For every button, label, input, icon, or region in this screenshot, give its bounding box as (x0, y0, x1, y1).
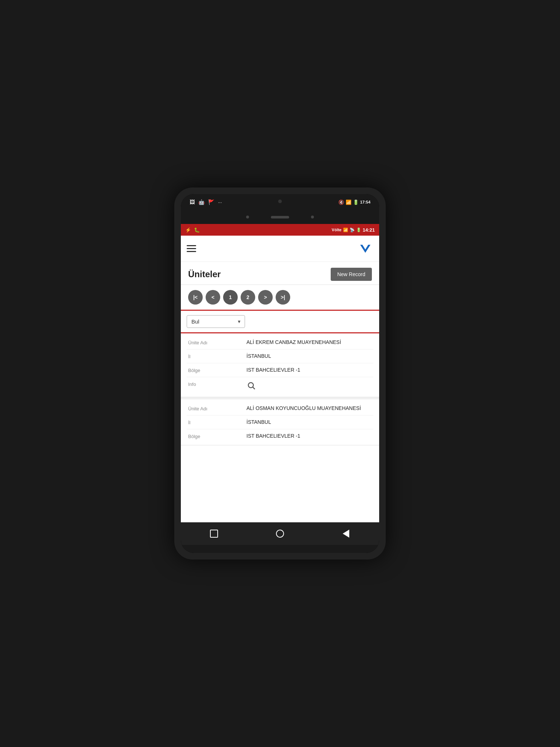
record-row-il-2: İl İSTANBUL (181, 415, 379, 429)
pagination-page-1-button[interactable]: 1 (223, 290, 238, 305)
bottom-navigation (181, 522, 379, 545)
record-row-il-1: İl İSTANBUL (181, 349, 379, 363)
value-bolge-1: IST BAHCELIEVLER -1 (246, 367, 372, 373)
record-row-bolge-1: Bölge IST BAHCELIEVLER -1 (181, 363, 379, 377)
os-time: 17:54 (360, 200, 370, 204)
os-battery-icon: 🔋 (353, 200, 359, 205)
sensor-dot (311, 216, 314, 218)
hamburger-line-1 (187, 245, 196, 246)
wifi-indicator: 📶 (343, 228, 348, 232)
status-bar-right: Vólte 📶 📡 🔋 14:21 (332, 227, 375, 233)
pagination-prev-button[interactable]: < (206, 290, 220, 305)
label-unite-adi-1: Ünite Adı (188, 339, 246, 345)
back-button[interactable] (339, 526, 353, 541)
hamburger-line-3 (187, 251, 196, 252)
main-content: Üniteler New Record |< < 1 2 > >| Bul Fi… (181, 262, 379, 522)
svg-point-0 (248, 383, 253, 388)
os-status-right: 🔇 📶 🔋 17:54 (338, 200, 370, 205)
os-wifi-icon: 📶 (346, 200, 351, 205)
value-il-2: İSTANBUL (246, 419, 372, 425)
status-bar-left: ⚡ 🐛 (185, 227, 200, 233)
new-record-button[interactable]: New Record (331, 268, 372, 281)
usb-icon: ⚡ (185, 227, 191, 233)
search-icon[interactable] (246, 381, 257, 391)
home-button[interactable] (273, 526, 287, 541)
recent-apps-button[interactable] (207, 526, 221, 541)
app-header (181, 236, 379, 262)
pagination-page-2-button[interactable]: 2 (241, 290, 255, 305)
value-il-1: İSTANBUL (246, 353, 372, 359)
os-icon-flag: 🚩 (208, 199, 214, 205)
recent-apps-icon (210, 530, 218, 538)
pagination-next-button[interactable]: > (258, 290, 273, 305)
filter-wrapper: Bul Filtre ▼ (187, 315, 245, 328)
pagination-last-button[interactable]: >| (276, 290, 290, 305)
pagination-first-button[interactable]: |< (188, 290, 203, 305)
os-status-bar: 🖼 🤖 🚩 ··· 🔇 📶 🔋 17:54 (181, 194, 379, 210)
page-title: Üniteler (188, 269, 221, 279)
record-row-unite-adi-2: Ünite Adı ALİ OSMAN KOYUNCUOĞLU MUAYENEH… (181, 402, 379, 415)
record-row-info-1: Info (181, 377, 379, 395)
svg-line-1 (253, 387, 255, 390)
app-logo (357, 241, 373, 257)
pagination-bar: |< < 1 2 > >| (181, 285, 379, 311)
battery-indicator: 🔋 (356, 228, 361, 232)
value-info-1[interactable] (246, 381, 372, 391)
back-icon (343, 530, 349, 538)
label-unite-adi-2: Ünite Adı (188, 405, 246, 411)
home-icon (276, 530, 284, 538)
front-camera (246, 216, 249, 218)
phone-bottom-bar (181, 545, 379, 553)
os-icon-dots: ··· (218, 200, 222, 205)
label-bolge-2: Bölge (188, 433, 246, 439)
record-row-unite-adi-1: Ünite Adı ALİ EKREM CANBAZ MUAYENEHANESİ (181, 336, 379, 349)
hamburger-line-2 (187, 248, 196, 249)
hamburger-menu-button[interactable] (187, 245, 196, 252)
label-bolge-1: Bölge (188, 367, 246, 373)
page-header: Üniteler New Record (181, 262, 379, 285)
record-row-bolge-2: Bölge IST BAHCELIEVLER -1 (181, 429, 379, 443)
label-info-1: Info (188, 381, 246, 387)
filter-select[interactable]: Bul Filtre (187, 315, 245, 328)
record-card-2[interactable]: Ünite Adı ALİ OSMAN KOYUNCUOĞLU MUAYENEH… (181, 399, 379, 445)
record-card-1[interactable]: Ünite Adı ALİ EKREM CANBAZ MUAYENEHANESİ… (181, 333, 379, 397)
value-bolge-2: IST BAHCELIEVLER -1 (246, 433, 372, 439)
value-unite-adi-2: ALİ OSMAN KOYUNCUOĞLU MUAYENEHANESİ (246, 405, 372, 411)
signal-indicator: 📡 (350, 228, 355, 232)
os-status-left: 🖼 🤖 🚩 ··· (190, 199, 222, 205)
bug-icon: 🐛 (194, 227, 200, 233)
phone-hardware-row (181, 210, 379, 224)
label-il-1: İl (188, 353, 246, 359)
value-unite-adi-1: ALİ EKREM CANBAZ MUAYENEHANESİ (246, 339, 372, 345)
filter-row: Bul Filtre ▼ (181, 311, 379, 333)
os-icon-android: 🤖 (198, 199, 205, 205)
app-status-bar: ⚡ 🐛 Vólte 📶 📡 🔋 14:21 (181, 224, 379, 236)
os-mute-icon: 🔇 (338, 200, 344, 205)
earpiece-speaker (271, 216, 289, 218)
camera-dot (278, 200, 282, 203)
status-time: 14:21 (363, 227, 375, 233)
label-il-2: İl (188, 419, 246, 425)
v-logo-icon (360, 245, 370, 253)
volte-indicator: Vólte (332, 228, 342, 232)
records-list: Ünite Adı ALİ EKREM CANBAZ MUAYENEHANESİ… (181, 333, 379, 522)
os-icon-gallery: 🖼 (190, 199, 195, 205)
